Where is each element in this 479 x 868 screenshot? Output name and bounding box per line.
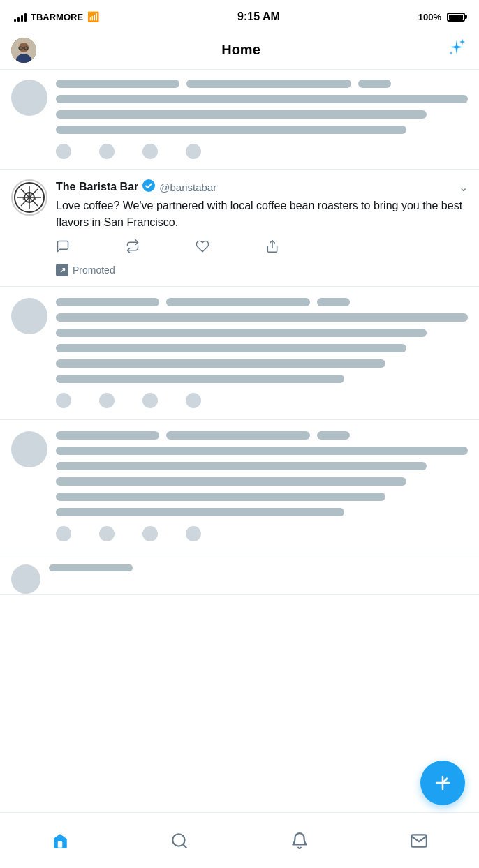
wifi-icon: 📶 bbox=[87, 11, 99, 22]
user-avatar[interactable] bbox=[11, 38, 36, 63]
promoted-row: ↗ Promoted bbox=[56, 264, 468, 276]
nav-search-button[interactable] bbox=[159, 820, 200, 862]
status-time: 9:15 AM bbox=[237, 10, 280, 23]
battery-percent: 100% bbox=[418, 12, 441, 22]
app-header: Home bbox=[0, 31, 479, 70]
tweet-name-group: The Barista Bar @baristabar bbox=[56, 179, 216, 195]
svg-text:B: B bbox=[23, 197, 25, 200]
sparkle-button[interactable] bbox=[445, 37, 468, 63]
svg-text:R: R bbox=[29, 200, 31, 203]
tweet-account-handle: @baristabar bbox=[159, 181, 216, 193]
battery-icon bbox=[447, 13, 465, 22]
bottom-navigation bbox=[0, 812, 479, 868]
nav-home-button[interactable] bbox=[39, 820, 81, 862]
tweet-placeholder-3 bbox=[0, 420, 479, 553]
share-button[interactable] bbox=[265, 239, 279, 257]
barista-avatar[interactable]: B B A R bbox=[11, 179, 47, 216]
tweet-text-content: Love coffee? We've partnered with local … bbox=[56, 197, 468, 231]
svg-point-16 bbox=[142, 179, 155, 192]
avatar-placeholder-3 bbox=[11, 431, 47, 467]
avatar-placeholder-2 bbox=[11, 298, 47, 334]
avatar-svg bbox=[11, 38, 36, 63]
page-title: Home bbox=[221, 42, 260, 58]
compose-fab-button[interactable] bbox=[420, 761, 465, 805]
tweet-header-row: The Barista Bar @baristabar ⌄ bbox=[56, 179, 468, 195]
bell-icon bbox=[290, 832, 309, 850]
svg-rect-20 bbox=[58, 841, 63, 848]
svg-line-22 bbox=[183, 844, 186, 848]
content-placeholder bbox=[56, 80, 468, 159]
content-placeholder-3 bbox=[56, 431, 468, 541]
content-placeholder-2 bbox=[56, 298, 468, 408]
signal-icon bbox=[14, 12, 27, 22]
barista-tweet: B B A R The Barista Bar @baristabar ⌄ Lo… bbox=[0, 170, 479, 287]
tweet-placeholder-1 bbox=[0, 70, 479, 170]
carrier-name: TBARMORE bbox=[31, 12, 83, 22]
svg-text:A: A bbox=[34, 197, 36, 200]
barista-logo-svg: B B A R bbox=[13, 181, 45, 214]
compose-fab-icon bbox=[433, 773, 452, 793]
home-icon bbox=[51, 832, 69, 850]
retweet-button[interactable] bbox=[126, 239, 140, 257]
avatar-image bbox=[11, 38, 36, 63]
content-placeholder-4 bbox=[49, 564, 468, 592]
promoted-icon: ↗ bbox=[56, 264, 68, 276]
reply-button[interactable] bbox=[56, 239, 70, 257]
like-button[interactable] bbox=[196, 239, 209, 257]
avatar-placeholder bbox=[11, 80, 47, 116]
tweet-content: The Barista Bar @baristabar ⌄ Love coffe… bbox=[56, 179, 468, 276]
promoted-label: Promoted bbox=[73, 264, 115, 276]
tweet-dropdown-icon[interactable]: ⌄ bbox=[459, 181, 468, 194]
tweet-placeholder-4 bbox=[0, 553, 479, 595]
status-right: 100% bbox=[418, 12, 465, 22]
tweet-actions bbox=[56, 239, 279, 257]
tweet-placeholder-2 bbox=[0, 287, 479, 420]
avatar-placeholder-4 bbox=[11, 564, 40, 594]
svg-point-1 bbox=[19, 43, 29, 52]
nav-notifications-button[interactable] bbox=[279, 820, 320, 862]
status-bar: TBARMORE 📶 9:15 AM 100% bbox=[0, 0, 479, 31]
sparkle-icon bbox=[445, 37, 468, 59]
nav-messages-button[interactable] bbox=[398, 820, 440, 862]
status-left: TBARMORE 📶 bbox=[14, 11, 99, 22]
mail-icon bbox=[410, 832, 428, 850]
verified-badge-icon bbox=[142, 179, 155, 195]
tweet-account-name: The Barista Bar bbox=[56, 181, 138, 193]
search-icon bbox=[170, 832, 189, 850]
